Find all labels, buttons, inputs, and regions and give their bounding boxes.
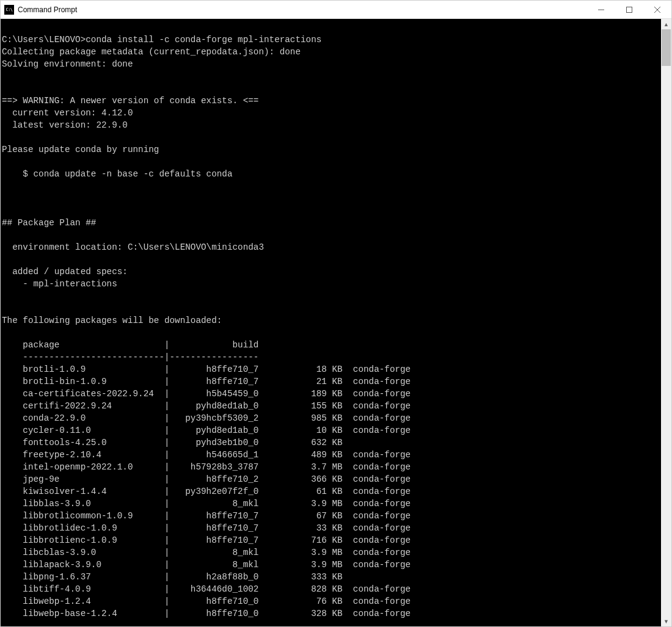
close-icon bbox=[654, 7, 660, 13]
minimize-button[interactable] bbox=[587, 1, 615, 18]
maximize-icon bbox=[626, 7, 632, 13]
app-icon: C:\ bbox=[4, 5, 14, 15]
terminal-area: C:\Users\LENOVO>conda install -c conda-f… bbox=[1, 19, 671, 626]
minimize-icon bbox=[598, 7, 604, 13]
titlebar[interactable]: C:\ Command Prompt bbox=[1, 1, 671, 19]
close-button[interactable] bbox=[643, 1, 671, 18]
scroll-up-arrow-icon[interactable]: ▲ bbox=[661, 19, 671, 29]
scroll-thumb[interactable] bbox=[662, 29, 671, 66]
app-icon-text: C:\ bbox=[5, 7, 12, 12]
scroll-down-arrow-icon[interactable]: ▼ bbox=[661, 616, 671, 626]
scrollbar[interactable]: ▲ ▼ bbox=[661, 19, 671, 626]
maximize-button[interactable] bbox=[615, 1, 643, 18]
svg-rect-1 bbox=[627, 7, 632, 12]
command-prompt-window: C:\ Command Prompt C:\Users\LENOVO>conda… bbox=[0, 0, 672, 627]
terminal-output[interactable]: C:\Users\LENOVO>conda install -c conda-f… bbox=[1, 19, 661, 626]
window-title: Command Prompt bbox=[18, 5, 77, 14]
window-controls bbox=[587, 1, 671, 18]
